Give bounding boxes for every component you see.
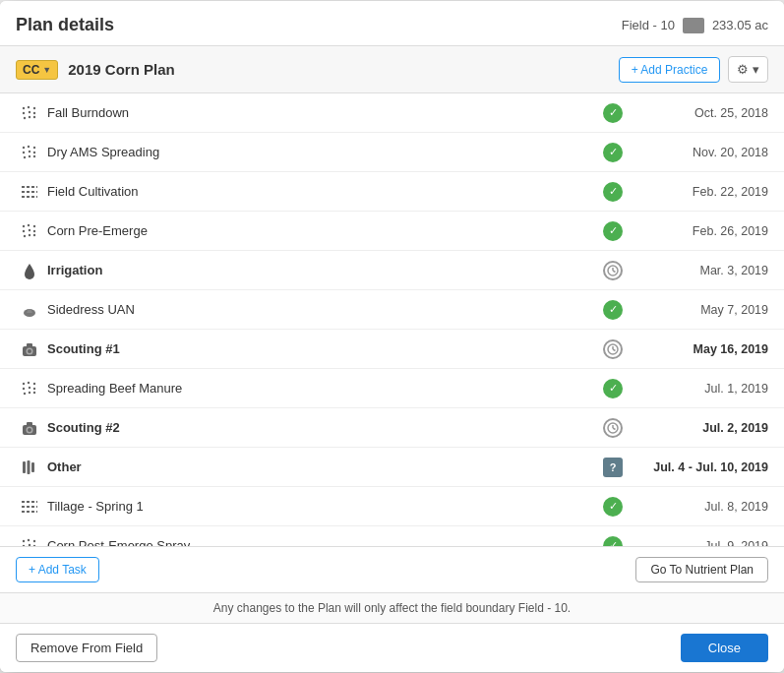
svg-point-22: [28, 223, 30, 225]
task-date: Jul. 4 - Jul. 10, 2019: [631, 460, 768, 474]
task-type-icon: [16, 537, 43, 547]
task-row[interactable]: Other ? Jul. 4 - Jul. 10, 2019: [0, 448, 784, 487]
svg-point-45: [29, 386, 30, 388]
check-icon: ✓: [609, 146, 618, 158]
task-status: ✓: [595, 536, 631, 547]
svg-rect-57: [23, 461, 26, 473]
svg-point-48: [29, 391, 30, 393]
task-name: Corn Post-Emerge Spray: [43, 538, 595, 546]
remove-from-field-button[interactable]: Remove From Field: [16, 634, 157, 662]
svg-point-2: [33, 106, 35, 108]
task-name: Spreading Beef Manure: [43, 381, 595, 396]
nutrient-plan-button[interactable]: Go To Nutrient Plan: [635, 557, 768, 582]
task-date: Oct. 25, 2018: [631, 106, 768, 120]
task-name: Tillage - Spring 1: [43, 499, 595, 514]
task-type-icon: [16, 222, 43, 240]
check-icon: ✓: [609, 185, 618, 198]
svg-point-14: [33, 151, 35, 153]
svg-point-3: [23, 111, 25, 113]
svg-point-5: [33, 111, 35, 113]
svg-point-0: [23, 106, 25, 108]
task-name: Corn Pre-Emerge: [43, 223, 595, 238]
task-row[interactable]: Sidedress UAN ✓ May 7, 2019: [0, 290, 784, 330]
status-complete-icon: ✓: [603, 221, 623, 241]
task-status: ✓: [595, 221, 631, 241]
svg-point-28: [29, 233, 30, 235]
task-row[interactable]: Fall Burndown ✓ Oct. 25, 2018: [0, 93, 784, 133]
add-practice-button[interactable]: + Add Practice: [619, 57, 721, 83]
task-row[interactable]: Scouting #1 May 16, 2019: [0, 330, 784, 369]
svg-point-41: [23, 382, 25, 384]
svg-point-21: [23, 224, 25, 226]
svg-rect-58: [28, 460, 30, 474]
svg-point-24: [23, 229, 25, 231]
status-complete-icon: ✓: [603, 379, 623, 398]
svg-point-47: [24, 392, 26, 394]
task-row[interactable]: Corn Post-Emerge Spray ✓ Jul. 9, 2019: [0, 526, 784, 546]
check-icon: ✓: [609, 539, 618, 546]
close-button[interactable]: Close: [681, 634, 768, 662]
svg-point-44: [23, 387, 25, 389]
task-row[interactable]: Corn Pre-Emerge ✓ Feb. 26, 2019: [0, 212, 784, 251]
task-row[interactable]: Field Cultivation ✓ Feb. 22, 2019: [0, 172, 784, 212]
svg-point-17: [33, 154, 35, 156]
status-complete-icon: ✓: [603, 536, 623, 547]
add-task-button[interactable]: + Add Task: [16, 557, 99, 582]
task-date: Feb. 22, 2019: [631, 185, 768, 199]
task-name: Scouting #2: [43, 420, 595, 435]
task-status: [595, 261, 631, 280]
check-icon: ✓: [609, 382, 618, 395]
task-type-icon: [16, 419, 43, 437]
plan-bar: CC ▼ 2019 Corn Plan + Add Practice ⚙ ▾: [0, 46, 784, 93]
task-status: [595, 339, 631, 359]
status-complete-icon: ✓: [603, 143, 623, 162]
field-area: 233.05 ac: [712, 18, 768, 32]
task-row[interactable]: Tillage - Spring 1 ✓ Jul. 8, 2019: [0, 487, 784, 526]
status-pending-icon: [603, 261, 623, 280]
svg-rect-59: [31, 462, 34, 472]
task-type-icon: [16, 459, 43, 476]
task-status: ✓: [595, 497, 631, 517]
svg-point-6: [24, 116, 26, 118]
plan-bar-right: + Add Practice ⚙ ▾: [619, 56, 768, 83]
plan-name: 2019 Corn Plan: [68, 61, 174, 78]
cc-badge[interactable]: CC ▼: [16, 60, 58, 80]
settings-button[interactable]: ⚙ ▾: [728, 56, 768, 83]
svg-point-26: [33, 229, 35, 231]
task-row[interactable]: Spreading Beef Manure ✓ Jul. 1, 2019: [0, 369, 784, 408]
status-complete-icon: ✓: [603, 497, 623, 517]
task-row[interactable]: Dry AMS Spreading ✓ Nov. 20, 2018: [0, 133, 784, 172]
svg-line-32: [613, 271, 616, 273]
task-name: Field Cultivation: [43, 184, 595, 199]
plan-bar-left: CC ▼ 2019 Corn Plan: [16, 60, 175, 80]
svg-rect-37: [27, 343, 32, 347]
task-type-icon: [16, 340, 43, 358]
svg-point-4: [29, 110, 30, 112]
task-name: Dry AMS Spreading: [43, 145, 595, 159]
svg-point-52: [28, 428, 31, 432]
cc-dropdown-arrow: ▼: [42, 65, 51, 75]
task-name: Sidedress UAN: [43, 302, 595, 317]
task-row[interactable]: Irrigation Mar. 3, 2019: [0, 251, 784, 290]
svg-point-8: [33, 115, 35, 117]
task-type-icon: [16, 262, 43, 279]
svg-point-25: [29, 228, 30, 230]
check-icon: ✓: [609, 106, 618, 119]
task-row[interactable]: Scouting #2 Jul. 2, 2019: [0, 408, 784, 448]
task-status: ✓: [595, 379, 631, 398]
svg-point-16: [29, 154, 30, 156]
svg-point-7: [29, 115, 30, 117]
check-icon: ✓: [609, 224, 618, 237]
modal-title: Plan details: [16, 15, 114, 35]
task-type-icon: [16, 498, 43, 516]
plan-details-modal: Plan details Field - 10 233.05 ac CC ▼ 2…: [0, 1, 784, 672]
svg-point-65: [33, 539, 35, 541]
task-status: ✓: [595, 182, 631, 202]
svg-point-13: [29, 150, 30, 152]
field-label: Field - 10: [622, 18, 675, 32]
task-list: Fall Burndown ✓ Oct. 25, 2018 Dry AMS Sp…: [0, 93, 784, 546]
svg-point-12: [23, 151, 25, 153]
svg-point-64: [28, 538, 30, 540]
task-status: ✓: [595, 103, 631, 123]
task-type-icon: [16, 144, 43, 161]
